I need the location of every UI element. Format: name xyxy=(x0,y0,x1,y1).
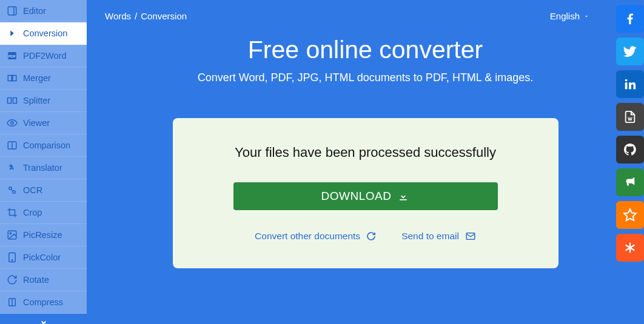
github-button[interactable] xyxy=(616,136,644,164)
send-email-link[interactable]: Send to email xyxy=(401,231,476,242)
sidebar-item-label: OCR xyxy=(23,185,42,195)
translator-icon xyxy=(6,162,18,174)
linkedin-icon xyxy=(623,78,637,91)
language-label: English xyxy=(550,11,580,21)
breadcrumb-root[interactable]: Words xyxy=(105,11,131,21)
send-email-label: Send to email xyxy=(401,231,459,242)
share-button[interactable] xyxy=(616,234,644,262)
svg-text:W: W xyxy=(628,116,632,122)
github-icon xyxy=(623,142,637,157)
svg-point-16 xyxy=(12,260,13,261)
crop-icon xyxy=(6,207,18,219)
editor-icon xyxy=(6,5,18,17)
sidebar-item-pdf2word[interactable]: PDF PDF2Word xyxy=(0,45,87,67)
word-doc-icon: W xyxy=(623,110,637,124)
sidebar-item-comparison[interactable]: Comparison xyxy=(0,134,87,157)
favorite-button[interactable] xyxy=(616,201,644,229)
svg-text:PDF: PDF xyxy=(8,55,16,58)
svg-line-12 xyxy=(12,190,13,191)
chevron-down-icon xyxy=(583,13,589,19)
svg-rect-19 xyxy=(400,199,408,200)
sidebar-item-label: PicResize xyxy=(23,230,62,240)
linkedin-button[interactable] xyxy=(616,70,644,98)
sidebar-item-splitter[interactable]: Splitter xyxy=(0,90,87,112)
convert-other-link[interactable]: Convert other documents xyxy=(255,231,376,242)
sidebar-item-rotate[interactable]: Rotate xyxy=(0,269,87,291)
facebook-icon xyxy=(623,12,637,26)
facebook-button[interactable] xyxy=(616,5,644,33)
sidebar-item-editor[interactable]: Editor xyxy=(0,0,87,22)
twitter-icon xyxy=(622,44,638,59)
sidebar-expand-toggle[interactable] xyxy=(0,314,87,324)
sidebar-item-label: PickColor xyxy=(23,253,61,262)
sidebar-item-compress[interactable]: Compress xyxy=(0,291,87,314)
svg-rect-0 xyxy=(8,7,16,15)
top-row: Words / Conversion English xyxy=(87,11,644,21)
svg-marker-24 xyxy=(624,209,636,220)
language-selector[interactable]: English xyxy=(550,11,589,21)
splitter-icon xyxy=(6,94,18,107)
result-card: Your files have been processed successfu… xyxy=(173,118,558,268)
sidebar-item-label: Viewer xyxy=(23,118,50,128)
sidebar-item-label: Splitter xyxy=(23,96,50,105)
sidebar-item-ocr[interactable]: OCR xyxy=(0,179,87,202)
compress-icon xyxy=(6,296,18,308)
conversion-icon xyxy=(6,27,18,39)
sidebar-item-picresize[interactable]: PicResize xyxy=(0,224,87,246)
pickcolor-icon xyxy=(6,251,18,263)
download-label: DOWNLOAD xyxy=(321,190,392,203)
sidebar: Editor Conversion PDF PDF2Word Merger Sp… xyxy=(0,0,87,324)
svg-rect-21 xyxy=(625,82,628,89)
sidebar-item-label: PDF2Word xyxy=(23,51,66,61)
svg-point-14 xyxy=(10,233,11,234)
svg-point-7 xyxy=(11,122,14,125)
sidebar-item-label: Translator xyxy=(23,163,62,173)
sidebar-item-viewer[interactable]: Viewer xyxy=(0,112,87,134)
sidebar-item-label: Conversion xyxy=(23,28,67,38)
svg-rect-5 xyxy=(8,98,12,104)
picresize-icon xyxy=(6,229,18,241)
svg-point-22 xyxy=(625,79,628,82)
breadcrumb: Words / Conversion xyxy=(105,11,187,21)
page-subtitle: Convert Word, PDF, JPG, HTML documents t… xyxy=(198,71,534,84)
chevrons-down-icon xyxy=(39,319,49,324)
sidebar-item-crop[interactable]: Crop xyxy=(0,202,87,224)
sidebar-item-label: Editor xyxy=(23,6,46,16)
merger-icon xyxy=(6,72,18,84)
success-message: Your files have been processed successfu… xyxy=(235,142,496,163)
email-icon xyxy=(465,231,476,242)
twitter-button[interactable] xyxy=(616,38,644,65)
breadcrumb-separator: / xyxy=(135,11,137,21)
convert-other-label: Convert other documents xyxy=(255,231,360,242)
viewer-icon xyxy=(6,117,18,129)
svg-point-11 xyxy=(13,191,16,194)
sidebar-item-label: Comparison xyxy=(23,141,70,150)
refresh-icon xyxy=(366,231,376,241)
word-doc-button[interactable]: W xyxy=(616,103,644,131)
rotate-icon xyxy=(6,274,18,286)
sidebar-item-pickcolor[interactable]: PickColor xyxy=(0,246,87,269)
download-icon xyxy=(397,190,409,202)
asterisk-icon xyxy=(623,241,637,254)
main-content: Words / Conversion English Free online c… xyxy=(87,0,644,324)
sidebar-item-translator[interactable]: Translator xyxy=(0,157,87,179)
sidebar-item-label: Rotate xyxy=(23,275,49,285)
sidebar-item-merger[interactable]: Merger xyxy=(0,67,87,90)
page-title: Free online converter xyxy=(248,36,483,64)
comparison-icon xyxy=(6,139,18,151)
star-icon xyxy=(623,208,637,222)
pdf2word-icon: PDF xyxy=(6,50,18,62)
card-actions: Convert other documents Send to email xyxy=(255,231,476,242)
social-rail: W xyxy=(616,5,644,262)
breadcrumb-current: Conversion xyxy=(141,11,187,21)
sidebar-item-label: Compress xyxy=(23,297,63,307)
ocr-icon xyxy=(6,184,18,196)
announce-button[interactable] xyxy=(616,168,644,196)
svg-point-10 xyxy=(9,187,12,190)
svg-rect-6 xyxy=(13,98,17,104)
sidebar-item-conversion[interactable]: Conversion xyxy=(0,22,87,45)
sidebar-item-label: Crop xyxy=(23,208,42,217)
sidebar-item-label: Merger xyxy=(23,73,51,83)
bullhorn-icon xyxy=(623,176,637,189)
download-button[interactable]: DOWNLOAD xyxy=(233,182,498,210)
